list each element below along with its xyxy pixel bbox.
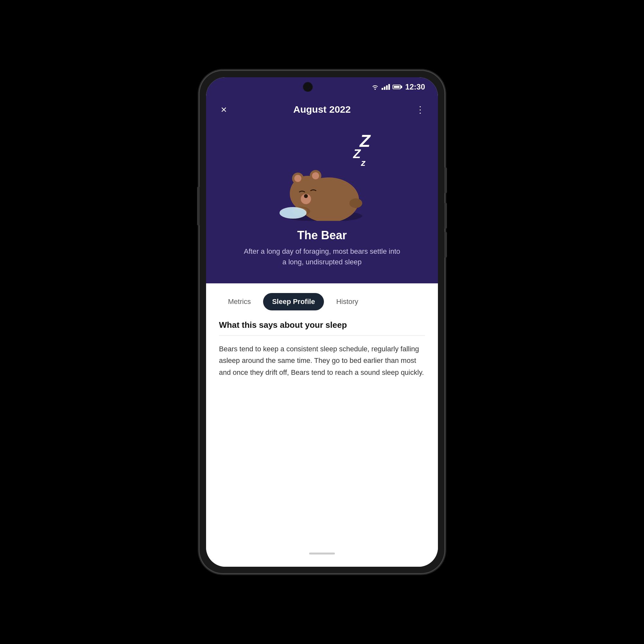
section-divider bbox=[219, 335, 425, 336]
close-button[interactable]: × bbox=[216, 104, 232, 116]
signal-icon bbox=[382, 84, 390, 90]
status-icons bbox=[371, 84, 402, 90]
tab-history[interactable]: History bbox=[327, 293, 367, 310]
battery-icon bbox=[393, 85, 402, 89]
bear-svg bbox=[274, 144, 370, 222]
tab-sleep-profile[interactable]: Sleep Profile bbox=[263, 293, 324, 310]
wifi-icon bbox=[371, 84, 379, 90]
bear-type-description: After a long day of foraging, most bears… bbox=[241, 246, 403, 267]
tab-metrics[interactable]: Metrics bbox=[219, 293, 260, 310]
phone-screen: 12:30 × August 2022 ⋮ Z Z z bbox=[206, 77, 438, 567]
white-section: Metrics Sleep Profile History What this … bbox=[206, 283, 438, 567]
svg-point-8 bbox=[304, 194, 308, 198]
bear-section: Z Z z bbox=[206, 122, 438, 283]
bear-illustration: Z Z z bbox=[267, 132, 377, 222]
status-right: 12:30 bbox=[371, 82, 425, 91]
camera-notch bbox=[303, 82, 313, 92]
status-time: 12:30 bbox=[405, 82, 425, 91]
more-button[interactable]: ⋮ bbox=[412, 104, 428, 115]
bottom-handle bbox=[219, 547, 425, 557]
content-section-title: What this says about your sleep bbox=[219, 320, 425, 330]
bear-type-title: The Bear bbox=[297, 229, 347, 242]
status-bar: 12:30 bbox=[206, 77, 438, 97]
svg-point-13 bbox=[349, 198, 362, 208]
phone-frame: 12:30 × August 2022 ⋮ Z Z z bbox=[200, 71, 444, 573]
svg-point-6 bbox=[312, 172, 319, 179]
screen-title: August 2022 bbox=[232, 104, 412, 115]
svg-point-12 bbox=[281, 208, 305, 217]
content-body-text: Bears tend to keep a consistent sleep sc… bbox=[219, 343, 425, 378]
tab-bar: Metrics Sleep Profile History bbox=[219, 293, 425, 310]
top-bar: × August 2022 ⋮ bbox=[206, 97, 438, 122]
svg-point-4 bbox=[294, 175, 301, 182]
handle-bar bbox=[309, 553, 335, 554]
